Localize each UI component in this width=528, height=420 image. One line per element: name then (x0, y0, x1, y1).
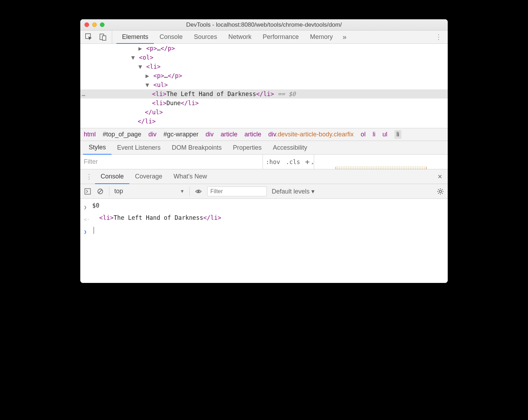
text-cursor (94, 227, 94, 234)
dom-row[interactable]: ▶ <p>…</p> (80, 44, 448, 53)
log-levels-select[interactable]: Default levels ▾ (272, 188, 314, 195)
log-levels-label: Default levels ▾ (272, 188, 314, 195)
drawer-menu-button[interactable]: ⋮ (83, 173, 95, 181)
dom-row[interactable]: ▼ <li> (80, 62, 448, 71)
hov-button[interactable]: :hov (263, 158, 283, 165)
drawer-close-button[interactable]: × (438, 172, 448, 181)
tab-drawer-console[interactable]: Console (95, 170, 129, 184)
title-bar: DevTools - localhost:8080/web/tools/chro… (80, 19, 448, 31)
tab-whats-new[interactable]: What's New (168, 169, 212, 184)
dom-row[interactable]: <li>Dune</li> (80, 99, 448, 108)
tab-styles[interactable]: Styles (83, 141, 111, 155)
chevron-right-icon: ❯ (84, 200, 90, 212)
svg-line-15 (442, 189, 442, 190)
breadcrumb-item[interactable]: ol (361, 131, 366, 138)
console-expression: $0 (90, 200, 99, 211)
caret-down-icon: ▼ (180, 189, 184, 194)
context-label: top (114, 188, 123, 195)
separator (189, 187, 190, 196)
console-prompt-row[interactable]: ❯ (80, 225, 448, 237)
main-tabs: Elements Console Sources Network Perform… (112, 31, 351, 43)
result-arrow-icon: <· (84, 212, 90, 225)
styles-filter-bar: :hov .cls + (80, 155, 448, 169)
more-tabs-button[interactable]: » (338, 33, 351, 41)
separator (109, 187, 109, 196)
styles-tab-bar: Styles Event Listeners DOM Breakpoints P… (80, 141, 448, 155)
dom-tree[interactable]: ▶ <p>…</p> ▼ <ol> ▼ <li> ▶ <p>…</p> ▼ <u… (80, 44, 448, 128)
dom-row[interactable]: ▼ <ol> (80, 53, 448, 62)
window-title: DevTools - localhost:8080/web/tools/chro… (80, 21, 448, 28)
live-expression-icon[interactable] (195, 188, 202, 195)
styles-filter-buttons: :hov .cls + (263, 155, 314, 169)
dom-row[interactable]: </li> (80, 117, 448, 126)
tab-performance[interactable]: Performance (257, 31, 304, 43)
breadcrumb-item[interactable]: html (84, 131, 96, 138)
main-menu[interactable]: ⋮ (435, 33, 448, 41)
toolbar-left-icons (80, 31, 112, 43)
svg-point-6 (197, 190, 199, 192)
svg-line-13 (442, 193, 442, 194)
breadcrumbs: html#top_of_pagediv#gc-wrapperdivarticle… (80, 128, 448, 141)
tab-console[interactable]: Console (154, 31, 188, 43)
tab-coverage[interactable]: Coverage (129, 169, 168, 184)
svg-line-12 (438, 189, 439, 190)
dom-row[interactable]: ▼ <ul> (80, 80, 448, 89)
tab-sources[interactable]: Sources (188, 31, 223, 43)
breadcrumb-item[interactable]: li (394, 130, 401, 139)
tab-memory[interactable]: Memory (304, 31, 338, 43)
dom-row[interactable]: <li>The Left Hand of Darkness</li> == $0 (80, 89, 448, 99)
svg-rect-2 (102, 36, 106, 40)
breadcrumb-item[interactable]: div.devsite-article-body.clearfix (268, 131, 353, 138)
tab-dom-breakpoints[interactable]: DOM Breakpoints (166, 141, 227, 154)
svg-line-14 (438, 193, 439, 194)
tab-elements[interactable]: Elements (116, 31, 154, 44)
breadcrumb-item[interactable]: div (205, 131, 214, 138)
tab-accessibility[interactable]: Accessibility (267, 141, 313, 154)
console-result: <li>The Left Hand of Darkness</li> (90, 212, 221, 223)
console-prompt[interactable] (90, 225, 94, 235)
clear-console-icon[interactable] (96, 188, 104, 195)
console-sidebar-toggle-icon[interactable] (84, 188, 92, 195)
breadcrumb-item[interactable]: li (373, 131, 375, 138)
console-settings-icon[interactable] (436, 188, 444, 195)
main-tab-bar: Elements Console Sources Network Perform… (80, 31, 448, 44)
breadcrumb-item[interactable]: #gc-wrapper (163, 131, 198, 138)
new-style-rule-button[interactable]: + (303, 157, 314, 166)
console-result-row: <· <li>The Left Hand of Darkness</li> (80, 212, 448, 225)
kebab-icon: ⋮ (86, 173, 92, 180)
margin-box-icon (336, 167, 427, 169)
breadcrumb-item[interactable]: div (148, 131, 156, 138)
tab-event-listeners[interactable]: Event Listeners (111, 141, 166, 154)
console-input-row: ❯ $0 (80, 200, 448, 212)
box-model-preview (314, 155, 448, 169)
kebab-icon: ⋮ (435, 33, 442, 41)
chevron-right-icon: ❯ (84, 225, 90, 237)
svg-point-7 (439, 190, 441, 192)
breadcrumb-item[interactable]: article (244, 131, 261, 138)
inspect-element-icon[interactable] (85, 33, 93, 41)
dom-row[interactable]: ▶ <p>…</p> (80, 71, 448, 80)
tab-properties[interactable]: Properties (227, 141, 267, 154)
dom-row[interactable]: </ul> (80, 108, 448, 117)
breadcrumb-item[interactable]: #top_of_page (103, 131, 141, 138)
context-select[interactable]: top ▼ (114, 188, 184, 195)
console-toolbar: top ▼ Default levels ▾ (80, 184, 448, 199)
breadcrumb-item[interactable]: article (221, 131, 237, 138)
device-toggle-icon[interactable] (99, 33, 107, 41)
breadcrumb-item[interactable]: ul (383, 131, 387, 138)
svg-line-5 (99, 190, 102, 193)
tab-network[interactable]: Network (223, 31, 257, 43)
console-body[interactable]: ❯ $0 <· <li>The Left Hand of Darkness</l… (80, 199, 448, 283)
devtools-window: DevTools - localhost:8080/web/tools/chro… (80, 19, 448, 283)
styles-filter-input[interactable] (80, 155, 263, 169)
drawer-tab-bar: ⋮ Console Coverage What's New × (80, 169, 448, 184)
cls-button[interactable]: .cls (283, 158, 303, 165)
console-filter-input[interactable] (207, 187, 267, 196)
